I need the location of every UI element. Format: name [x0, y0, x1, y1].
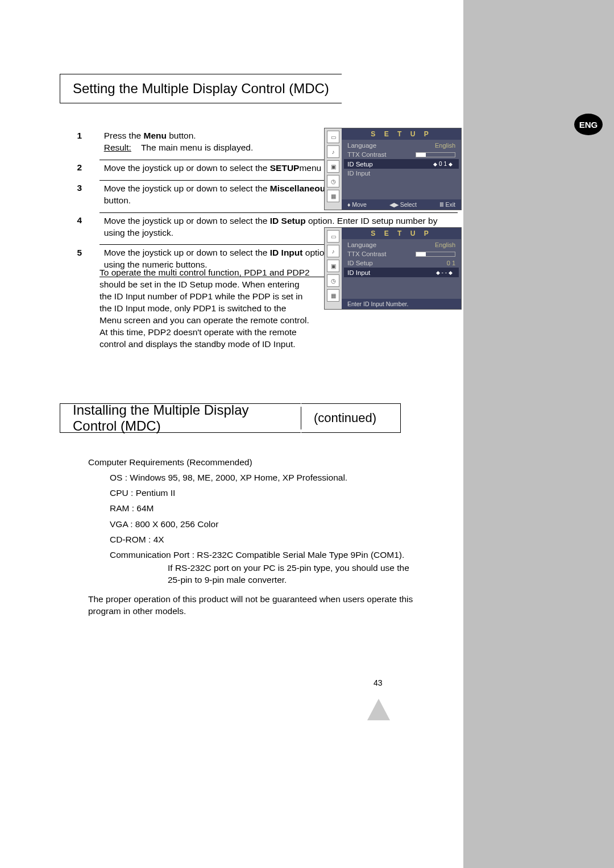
osd-row-language: Language English [344, 240, 459, 249]
joystick-icon: ◆ [433, 161, 437, 167]
osd-hint: Enter ID Input Number. [342, 299, 461, 309]
joystick-icon: ◆ [449, 270, 453, 276]
time-icon: ◷ [327, 175, 339, 187]
section2-header: Installing the Multiple Display Control … [60, 403, 401, 433]
label: ID Setup [347, 260, 373, 266]
page-marker-triangle-icon [367, 699, 390, 720]
result-text: The main menu is displayed. [141, 143, 253, 152]
setup-icon: ▦ [327, 190, 339, 202]
select-label: Select [400, 201, 417, 208]
section1-title: Setting the Multiple Display Control (MD… [60, 74, 342, 103]
channel-icon: ▣ [327, 260, 339, 272]
text: Move the joystick up or down to select t… [104, 183, 270, 193]
value: 0 1 [447, 260, 455, 266]
section2-title: Installing the Multiple Display Control … [60, 403, 301, 433]
req-vga: VGA : 800 X 600, 256 Color [88, 516, 435, 532]
text: Move the joystick up or down to select t… [104, 216, 270, 226]
osd-row-language: Language English [344, 141, 459, 150]
page-number: 43 [374, 678, 383, 687]
sound-icon: ♪ [327, 145, 339, 158]
osd-row-ttx: TTX Contrast [344, 150, 459, 159]
slider-icon [416, 252, 455, 257]
section2-warning: The proper operation of this product wil… [88, 594, 426, 617]
label: Language [347, 142, 376, 149]
req-comm-note: 25-pin to 9-pin male converter. [88, 574, 435, 586]
step-number: 5 [60, 245, 99, 277]
bold: Miscellaneous [270, 183, 330, 193]
section2-body: Computer Requirements (Recommended) OS :… [88, 454, 435, 586]
result-label: Result: [104, 143, 131, 152]
req-os: OS : Windows 95, 98, ME, 2000, XP Home, … [88, 470, 435, 485]
value: English [435, 241, 455, 248]
slider-icon [416, 152, 455, 157]
section1-note: To operate the multi control function, P… [99, 267, 310, 350]
sound-icon: ♪ [327, 245, 339, 257]
label: ID Input [347, 170, 370, 177]
step-number: 4 [60, 212, 99, 245]
value: English [435, 142, 455, 149]
bold: Menu [143, 131, 166, 140]
label: ID Input [347, 269, 370, 276]
osd-panel-1: ▭ ♪ ▣ ◷ ▦ S E T U P Language English TTX… [324, 128, 462, 210]
joystick-icon: ◆ [436, 270, 440, 276]
text: button. [167, 131, 196, 140]
osd-icon-column: ▭ ♪ ▣ ◷ ▦ [325, 228, 342, 309]
setup-icon: ▦ [327, 289, 339, 302]
text: Move the joystick up or down to select t… [104, 163, 270, 173]
text: Move the joystick up or down to select t… [104, 248, 270, 257]
label: TTX Contrast [347, 151, 386, 158]
req-cdrom: CD-ROM : 4X [88, 532, 435, 547]
label: TTX Contrast [347, 251, 386, 257]
joystick-icon: ◆ [449, 161, 453, 167]
osd-row-idinput: ID Input ◆- -◆ [344, 268, 459, 277]
osd-panel-2: ▭ ♪ ▣ ◷ ▦ S E T U P Language English TTX… [324, 227, 462, 310]
text: Press the [104, 131, 144, 140]
move-label: Move [352, 201, 367, 208]
osd-row-idsetup: ID Setup ◆0 1◆ [344, 159, 459, 169]
step-number: 2 [60, 160, 99, 180]
step-number: 3 [60, 180, 99, 212]
value: 0 1 [439, 161, 447, 167]
req-title: Computer Requirements (Recommended) [88, 454, 435, 470]
osd-title: S E T U P [342, 228, 461, 239]
value: - - [442, 269, 447, 276]
label: ID Setup [347, 161, 373, 168]
osd-row-idsetup: ID Setup 0 1 [344, 258, 459, 268]
osd-icon-column: ▭ ♪ ▣ ◷ ▦ [325, 128, 342, 210]
label: Language [347, 241, 376, 248]
language-badge: ENG [574, 114, 603, 135]
req-comm-note: If RS-232C port on your PC is 25-pin typ… [88, 562, 435, 574]
osd-row-idinput: ID Input [344, 169, 459, 178]
time-icon: ◷ [327, 274, 339, 287]
bold: ID Input [270, 248, 303, 257]
osd-row-ttx: TTX Contrast [344, 249, 459, 258]
channel-icon: ▣ [327, 160, 339, 173]
bold: ID Setup [270, 216, 306, 226]
exit-label: Exit [445, 201, 455, 208]
req-ram: RAM : 64M [88, 500, 435, 516]
section2-subtitle: (continued) [301, 403, 401, 433]
section1-header: Setting the Multiple Display Control (MD… [60, 74, 401, 103]
display-icon: ▭ [327, 131, 339, 143]
display-icon: ▭ [327, 230, 339, 243]
req-comm: Communication Port : RS-232C Compatible … [88, 547, 435, 562]
bold: SETUP [270, 163, 300, 173]
osd-footer: ♦ Move ◀▶ Select Ⅲ Exit [342, 199, 461, 210]
osd-title: S E T U P [342, 128, 461, 140]
req-cpu: CPU : Pentium II [88, 485, 435, 500]
step-number: 1 [60, 128, 99, 160]
